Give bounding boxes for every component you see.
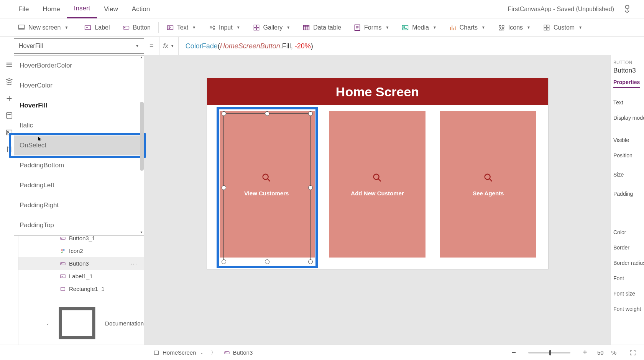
- resize-handle[interactable]: [308, 185, 313, 190]
- selection-box[interactable]: [217, 107, 318, 268]
- svg-point-4: [124, 27, 125, 28]
- breadcrumb-screen[interactable]: HomeScreen ⌄: [153, 349, 203, 356]
- resize-handle[interactable]: [265, 111, 269, 116]
- prop-padding[interactable]: Padding: [613, 186, 642, 201]
- prop-size[interactable]: Size: [613, 167, 642, 182]
- menu-home[interactable]: Home: [36, 0, 67, 18]
- canvas-area[interactable]: Home Screen View Customers Add New Custo…: [144, 55, 611, 345]
- media-icon: [401, 24, 409, 31]
- control-name: Button3: [613, 67, 642, 74]
- menu-view[interactable]: View: [97, 0, 125, 18]
- property-selector[interactable]: HoverFill ▼: [14, 38, 144, 54]
- resize-handle[interactable]: [308, 259, 313, 264]
- prop-text[interactable]: Text: [613, 95, 642, 110]
- svg-point-28: [61, 249, 62, 251]
- equals-sign: =: [144, 42, 159, 50]
- dropdown-scrollbar[interactable]: ▲ ▼: [139, 56, 144, 235]
- insert-icon[interactable]: [5, 94, 13, 103]
- charts-dropdown[interactable]: Charts▼: [443, 18, 491, 37]
- svg-point-7: [213, 28, 214, 29]
- tools-icon[interactable]: [5, 145, 13, 154]
- prop-color[interactable]: Color: [613, 225, 642, 240]
- custom-dropdown[interactable]: Custom▼: [537, 18, 588, 37]
- zoom-slider[interactable]: [528, 352, 570, 353]
- canvas-homescreen[interactable]: Home Screen View Customers Add New Custo…: [207, 78, 548, 269]
- prop-font-size[interactable]: Font size: [613, 286, 642, 301]
- data-table-button[interactable]: Data table: [296, 18, 347, 37]
- gallery-icon: [253, 24, 260, 31]
- forms-dropdown[interactable]: Forms▼: [347, 18, 395, 37]
- media-dropdown[interactable]: Media▼: [395, 18, 442, 37]
- dropdown-item-hoverfill[interactable]: HoverFill: [14, 96, 144, 116]
- tree-item-icon2[interactable]: Icon2: [18, 244, 144, 257]
- card-see-agents[interactable]: See Agents: [440, 111, 536, 258]
- prop-visible[interactable]: Visible: [613, 132, 642, 148]
- prop-border[interactable]: Border: [613, 240, 642, 255]
- prop-position[interactable]: Position: [613, 148, 642, 163]
- zoom-out[interactable]: −: [509, 348, 519, 357]
- dropdown-item-paddingtop[interactable]: PaddingTop: [14, 215, 144, 235]
- svg-rect-8: [254, 25, 256, 27]
- tree-group-documentation[interactable]: ⌄ Documentation: [18, 295, 144, 351]
- svg-rect-17: [502, 25, 504, 27]
- resize-handle[interactable]: [222, 185, 226, 190]
- data-icon[interactable]: [5, 111, 13, 120]
- menu-insert[interactable]: Insert: [67, 0, 97, 18]
- dropdown-item-paddingright[interactable]: PaddingRight: [14, 195, 144, 215]
- search-icon: [483, 172, 494, 183]
- prop-font-weight[interactable]: Font weight: [613, 301, 642, 317]
- dropdown-item-hoverbordercolor[interactable]: HoverBorderColor: [14, 56, 144, 76]
- icons-dropdown[interactable]: Icons▼: [491, 18, 537, 37]
- label-button[interactable]: Label: [78, 18, 116, 37]
- formula-input[interactable]: ColorFade(HomeScreenButton.Fill, -20%): [179, 42, 313, 50]
- breadcrumb-control[interactable]: Button3: [224, 349, 253, 356]
- dropdown-item-paddingleft[interactable]: PaddingLeft: [14, 175, 144, 195]
- tree-item-label1-1[interactable]: Label1_1: [18, 270, 144, 282]
- dropdown-item-italic[interactable]: Italic: [14, 116, 144, 135]
- svg-rect-10: [254, 28, 256, 30]
- prop-border-radius[interactable]: Border radius: [613, 255, 642, 271]
- custom-icon: [543, 24, 550, 31]
- svg-point-0: [625, 5, 629, 8]
- dropdown-item-onselect[interactable]: OnSelect: [14, 135, 144, 155]
- new-screen-button[interactable]: New screen▼: [12, 18, 74, 37]
- button-button[interactable]: Button: [116, 18, 157, 37]
- chevron-down-icon: ▼: [192, 25, 196, 30]
- dropdown-item-hovercolor[interactable]: HoverColor: [14, 76, 144, 96]
- menu-action[interactable]: Action: [125, 0, 157, 18]
- button-icon: [224, 350, 230, 356]
- zoom-in[interactable]: +: [580, 348, 590, 357]
- menu-file[interactable]: File: [12, 0, 36, 18]
- more-icon[interactable]: ···: [130, 260, 138, 267]
- hamburger-icon[interactable]: [5, 61, 13, 69]
- svg-point-36: [374, 174, 379, 179]
- media-panel-icon[interactable]: [5, 128, 13, 137]
- resize-handle[interactable]: [308, 111, 313, 116]
- svg-rect-9: [256, 25, 259, 27]
- tree-view-icon[interactable]: [5, 78, 13, 86]
- dropdown-item-paddingbottom[interactable]: PaddingBottom: [14, 155, 144, 175]
- resize-handle[interactable]: [222, 259, 226, 264]
- svg-rect-19: [544, 25, 546, 27]
- fit-screen-icon[interactable]: [629, 349, 636, 356]
- input-dropdown[interactable]: Input▼: [202, 18, 246, 37]
- scroll-up-icon[interactable]: ▲: [139, 56, 144, 60]
- app-checker-icon[interactable]: [622, 4, 632, 15]
- svg-rect-39: [225, 351, 229, 354]
- chevron-down-icon: ▼: [286, 25, 290, 30]
- resize-handle[interactable]: [222, 111, 226, 116]
- text-dropdown[interactable]: Text▼: [160, 18, 202, 37]
- card-add-customer[interactable]: Add New Customer: [329, 111, 426, 258]
- properties-tab[interactable]: Properties: [613, 79, 640, 88]
- fx-button[interactable]: fx ▼: [159, 37, 179, 55]
- prop-font[interactable]: Font: [613, 271, 642, 286]
- top-menu-bar: File Home Insert View Action FirstCanvas…: [0, 0, 644, 18]
- scroll-down-icon[interactable]: ▼: [139, 231, 144, 235]
- prop-display-mode[interactable]: Display mode: [613, 110, 642, 126]
- chevron-down-icon: ▼: [64, 25, 68, 30]
- scroll-thumb[interactable]: [140, 102, 144, 171]
- tree-item-rectangle1-1[interactable]: Rectangle1_1: [18, 282, 144, 295]
- tree-item-button3[interactable]: Button3 ···: [18, 257, 144, 270]
- gallery-dropdown[interactable]: Gallery▼: [246, 18, 297, 37]
- resize-handle[interactable]: [265, 259, 269, 264]
